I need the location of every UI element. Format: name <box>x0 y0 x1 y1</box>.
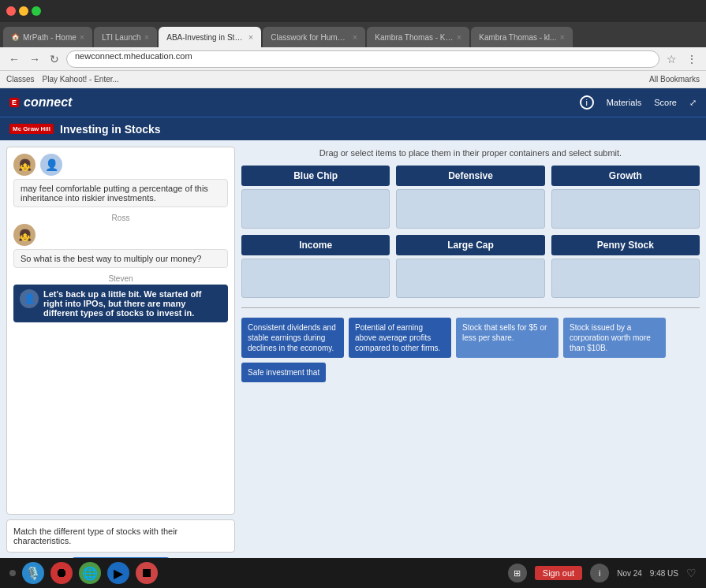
avatar-3: 👧 <box>13 224 35 246</box>
bookmark-btn[interactable]: ☆ <box>664 53 679 65</box>
taskbar-icon-stop[interactable]: ⏹ <box>136 562 158 584</box>
info-icon[interactable]: i <box>580 95 594 110</box>
battery-icon: ♡ <box>686 567 697 579</box>
tab-close-icon[interactable]: × <box>248 32 253 42</box>
avatar-1: 👧 <box>13 154 35 176</box>
tab-lti[interactable]: LTI Launch × <box>94 27 157 47</box>
tab-close-icon[interactable]: × <box>559 32 564 42</box>
taskbar-time: 9:48 US <box>650 569 678 578</box>
drag-instruction: Drag or select items to place them in th… <box>241 147 700 159</box>
drop-zone-label-penny-stock: Penny Stock <box>551 235 700 255</box>
drop-zone-label-income: Income <box>241 235 390 255</box>
avatar-steven: 👤 <box>20 289 39 308</box>
tab-close-icon[interactable]: × <box>80 32 84 42</box>
connect-header: E connect i Materials Score ⤢ <box>0 88 706 117</box>
back-btn[interactable]: ← <box>6 53 22 65</box>
tab-mrpath[interactable]: 🏠 MrPath - Home × <box>3 27 92 47</box>
drop-zone-growth[interactable]: Growth <box>551 166 700 229</box>
browser-tabs: 🏠 MrPath - Home × LTI Launch × ABA-Inves… <box>0 22 706 47</box>
speaker-name-steven: Steven <box>13 274 228 283</box>
chat-message-2: 👧 So what is the best way to multiply ou… <box>13 224 228 268</box>
forward-btn[interactable]: → <box>27 53 43 65</box>
drop-zone-blue-chip[interactable]: Blue Chip <box>241 166 390 229</box>
drop-zone-area-income[interactable] <box>241 259 390 298</box>
reload-btn[interactable]: ↻ <box>47 53 62 65</box>
address-input[interactable]: newconnect.mheducation.com <box>66 50 659 68</box>
materials-btn[interactable]: Materials <box>607 98 642 107</box>
taskbar-date: Nov 24 <box>617 569 642 578</box>
taskbar-icon-meet[interactable]: 🎙️ <box>22 562 44 584</box>
drop-zone-area-growth[interactable] <box>551 189 700 229</box>
divider <box>241 307 700 308</box>
bookmark-classes[interactable]: Classes <box>6 75 35 84</box>
taskbar-icon-record[interactable]: ⏺ <box>50 562 73 584</box>
header-right: i Materials Score ⤢ <box>580 95 697 110</box>
logo-text: connect <box>24 95 72 110</box>
app-container: E connect i Materials Score ⤢ Mc Graw Hi… <box>0 88 706 588</box>
taskbar-info-icon[interactable]: i <box>590 564 609 582</box>
speaker-name-ross: Ross <box>13 214 228 222</box>
highlight-bubble: 👤 Let's back up a little bit. We started… <box>13 285 228 322</box>
drop-zone-penny-stock[interactable]: Penny Stock <box>551 235 700 298</box>
taskbar-icon-play[interactable]: ▶ <box>107 562 129 584</box>
tab-close-icon[interactable]: × <box>457 32 461 42</box>
tab-close-icon[interactable]: × <box>144 32 149 42</box>
window-close-btn[interactable] <box>6 6 16 16</box>
taskbar-icon-chrome[interactable]: 🌐 <box>79 562 101 584</box>
instruction-box: Match the different type of stocks with … <box>6 519 235 553</box>
mc-logo: Mc Graw Hill <box>9 124 54 134</box>
connect-logo: E connect <box>9 95 72 110</box>
draggable-item-3[interactable]: Stock issued by a corporation worth more… <box>563 318 666 358</box>
draggable-item-1[interactable]: Potential of earning above average profi… <box>349 318 451 358</box>
chat-bubble-2: So what is the best way to multiply our … <box>13 249 228 268</box>
drop-zone-label-blue-chip: Blue Chip <box>241 166 390 186</box>
bookmark-kahoot[interactable]: Play Kahoot! - Enter... <box>43 75 119 84</box>
browser-titlebar <box>0 0 706 22</box>
settings-btn[interactable]: ⋮ <box>684 53 700 65</box>
main-content: 👧 👤 may feel comfortable putting a perce… <box>0 140 706 588</box>
taskbar-right: ⊞ Sign out i Nov 24 9:48 US ♡ <box>508 564 697 582</box>
draggable-item-2[interactable]: Stock that sells for $5 or less per shar… <box>456 318 558 358</box>
page-titlebar: Mc Graw Hill Investing in Stocks <box>0 117 706 140</box>
left-panel: 👧 👤 may feel comfortable putting a perce… <box>6 147 235 582</box>
avatar-2: 👤 <box>40 154 62 176</box>
bookmarks-bar: Classes Play Kahoot! - Enter... All Book… <box>0 71 706 88</box>
taskbar-screen-icon[interactable]: ⊞ <box>508 564 527 582</box>
draggable-item-4[interactable]: Safe investment that <box>241 363 326 382</box>
tab-classwork[interactable]: Classwork for Human... × <box>263 27 365 47</box>
drop-zone-area-blue-chip[interactable] <box>241 189 390 229</box>
drop-zone-income[interactable]: Income <box>241 235 390 298</box>
draggable-items: Consistent dividends and stable earnings… <box>241 318 700 382</box>
window-max-btn[interactable] <box>32 6 41 16</box>
draggable-item-0[interactable]: Consistent dividends and stable earnings… <box>241 318 344 358</box>
bookmark-help: All Bookmarks <box>649 75 700 84</box>
tab-aba[interactable]: ABA-Investing in Stoc... × <box>159 27 261 47</box>
signout-button[interactable]: Sign out <box>535 566 582 580</box>
expand-btn[interactable]: ⤢ <box>689 98 697 108</box>
tab-kambra2[interactable]: Kambra Thomas - kl... × <box>471 27 573 47</box>
chat-bubble-1: may feel comfortable putting a percentag… <box>13 179 228 207</box>
drop-zones-grid: Blue Chip Defensive Growth Income <box>241 166 700 298</box>
tab-close-icon[interactable]: × <box>353 32 357 42</box>
taskbar: 🎙️ ⏺ 🌐 ▶ ⏹ ⊞ Sign out i Nov 24 9:48 US ♡ <box>0 558 706 588</box>
drop-zone-area-penny-stock[interactable] <box>551 259 700 298</box>
logo-box: E <box>9 98 19 107</box>
chat-message-1: 👧 👤 may feel comfortable putting a perce… <box>13 154 228 207</box>
chat-area: 👧 👤 may feel comfortable putting a perce… <box>6 147 235 515</box>
window-min-btn[interactable] <box>19 6 28 16</box>
drop-zone-label-growth: Growth <box>551 166 700 186</box>
drop-zone-area-large-cap[interactable] <box>396 259 544 298</box>
taskbar-left: 🎙️ ⏺ 🌐 ▶ ⏹ <box>9 562 158 584</box>
drop-zone-defensive[interactable]: Defensive <box>396 166 544 229</box>
page-title: Investing in Stocks <box>60 123 161 136</box>
address-bar: ← → ↻ newconnect.mheducation.com ☆ ⋮ <box>0 47 706 71</box>
taskbar-dot <box>9 570 16 576</box>
instruction-text: Match the different type of stocks with … <box>13 527 177 545</box>
tab-kambra1[interactable]: Kambra Thomas - Kl... × <box>367 27 469 47</box>
drop-zone-label-defensive: Defensive <box>396 166 544 186</box>
score-btn[interactable]: Score <box>654 98 677 107</box>
highlight-text: Let's back up a little bit. We started o… <box>43 289 222 318</box>
drop-zone-area-defensive[interactable] <box>396 189 544 229</box>
drop-zone-label-large-cap: Large Cap <box>396 235 544 255</box>
drop-zone-large-cap[interactable]: Large Cap <box>396 235 544 298</box>
